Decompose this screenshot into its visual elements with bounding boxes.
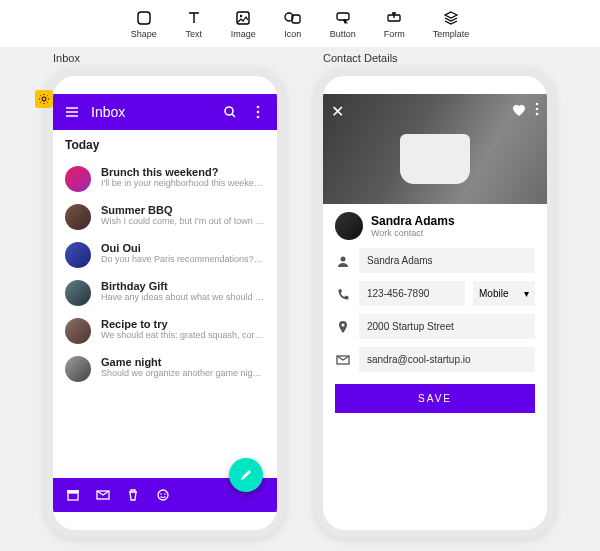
cursor-icon [334,9,352,27]
avatar [65,280,91,306]
tool-shape[interactable]: Shape [131,9,157,39]
more-icon[interactable] [249,103,267,121]
tool-button[interactable]: Button [330,9,356,39]
name-field[interactable]: Sandra Adams [359,248,535,273]
list-item[interactable]: Game nightShould we organize another gam… [53,350,277,388]
editor-toolbar: Shape Text Image Icon Button Form Templa… [0,0,600,48]
tool-icon[interactable]: Icon [284,9,302,39]
contact-header: Sandra Adams Work contact [323,204,547,248]
svg-rect-0 [138,12,150,24]
search-icon[interactable] [221,103,239,121]
avatar [335,212,363,240]
address-field[interactable]: 2000 Startup Street [359,314,535,339]
svg-point-7 [42,97,46,101]
tool-label: Form [384,29,405,39]
save-button[interactable]: SAVE [335,384,535,413]
tool-label: Image [231,29,256,39]
trash-icon[interactable] [125,487,141,503]
svg-point-15 [158,490,168,500]
appbar: Inbox [53,94,277,130]
svg-point-9 [257,106,260,109]
message-list: Brunch this weekend?I'll be in your neig… [53,160,277,388]
tool-label: Shape [131,29,157,39]
location-icon [335,320,351,334]
frame-label-inbox: Inbox [53,52,80,64]
avatar [65,166,91,192]
svg-point-8 [225,107,233,115]
archive-icon[interactable] [65,487,81,503]
list-item[interactable]: Summer BBQWish I could come, but I'm out… [53,198,277,236]
contact-form: Sandra Adams 123-456-7890 Mobile▾ 2000 S… [323,248,547,423]
message-preview: Have any ideas about what we should get.… [101,292,265,302]
message-title: Game night [101,356,265,368]
text-icon [185,9,203,27]
avatar [65,242,91,268]
tool-label: Button [330,29,356,39]
contact-hero: ✕ [323,94,547,204]
avatar [65,356,91,382]
phone-frame-left: Inbox Today Brunch this weekend?I'll be … [45,68,285,538]
message-title: Brunch this weekend? [101,166,265,178]
email-icon [335,353,351,367]
svg-point-10 [257,111,260,114]
svg-point-21 [341,256,346,261]
compose-fab[interactable] [229,458,263,492]
section-header: Today [53,130,277,160]
chevron-down-icon: ▾ [524,288,529,299]
select-value: Mobile [479,288,508,299]
emoji-icon[interactable] [155,487,171,503]
tool-text[interactable]: Text [185,9,203,39]
svg-point-17 [164,493,166,495]
svg-point-18 [536,103,539,106]
shape-icon [135,9,153,27]
list-item[interactable]: Oui OuiDo you have Paris recommendations… [53,236,277,274]
message-preview: I'll be in your neighborhood this weeken… [101,178,265,188]
message-preview: Do you have Paris recommendations? Ha... [101,254,265,264]
svg-point-19 [536,108,539,111]
svg-rect-13 [68,493,78,500]
avatar [65,318,91,344]
tool-template[interactable]: Template [433,9,470,39]
svg-point-20 [536,113,539,116]
email-field[interactable]: sandra@cool-startup.io [359,347,535,372]
list-item[interactable]: Recipe to tryWe should eat this: grated … [53,312,277,350]
list-item[interactable]: Brunch this weekend?I'll be in your neig… [53,160,277,198]
tool-label: Template [433,29,470,39]
svg-point-22 [342,323,345,326]
message-preview: We should eat this: grated squash, corn,… [101,330,265,340]
form-icon [385,9,403,27]
heart-icon[interactable] [511,102,527,118]
message-title: Birthday Gift [101,280,265,292]
mail-icon[interactable] [95,487,111,503]
phone-field[interactable]: 123-456-7890 [359,281,465,306]
person-icon [335,254,351,268]
frame-label-contact: Contact Details [323,52,398,64]
contact-subtitle: Work contact [371,228,455,238]
message-title: Oui Oui [101,242,265,254]
svg-rect-5 [337,13,349,20]
tool-form[interactable]: Form [384,9,405,39]
design-canvas: Inbox Inbox Today Brunch this weekend?I'… [0,48,600,551]
shapes-icon [284,9,302,27]
phone-type-select[interactable]: Mobile▾ [473,281,535,306]
svg-point-16 [160,493,162,495]
contact-name: Sandra Adams [371,214,455,228]
message-title: Summer BBQ [101,204,265,216]
sun-badge-icon[interactable] [35,90,53,108]
more-icon[interactable] [535,102,539,118]
list-item[interactable]: Birthday GiftHave any ideas about what w… [53,274,277,312]
tool-label: Text [185,29,202,39]
image-icon [234,9,252,27]
layers-icon [442,9,460,27]
avatar [65,204,91,230]
svg-point-2 [240,14,242,16]
close-icon[interactable]: ✕ [331,102,344,121]
message-preview: Should we organize another game night l.… [101,368,265,378]
tool-image[interactable]: Image [231,9,256,39]
message-title: Recipe to try [101,318,265,330]
svg-point-11 [257,116,260,119]
phone-icon [335,287,351,301]
appbar-title: Inbox [91,104,211,120]
menu-icon[interactable] [63,103,81,121]
phone-frame-right: ✕ Sandra Adams Work contact [315,68,555,538]
